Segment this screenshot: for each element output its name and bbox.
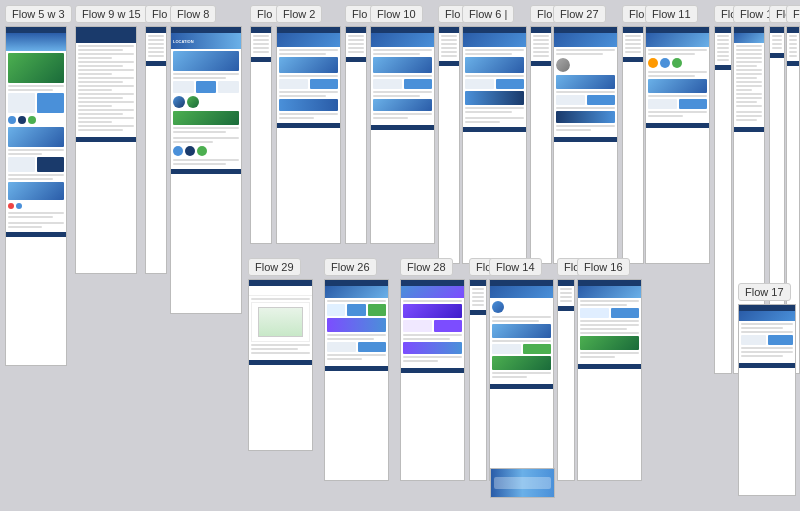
flow-card-17[interactable]: Flow 17 xyxy=(738,283,796,496)
flow-thumbnail-14[interactable] xyxy=(489,279,554,481)
flow-label-27: Flow 27 xyxy=(553,5,606,23)
flow-thumbnail-14slim[interactable] xyxy=(469,279,487,481)
flow-thumbnail-small[interactable] xyxy=(490,468,555,498)
flow-thumbnail-12slim[interactable] xyxy=(714,26,732,374)
flow-thumbnail-2slim[interactable] xyxy=(250,26,272,244)
flow-thumbnail-26[interactable] xyxy=(324,279,389,481)
flow-card-2[interactable]: Flow 2 xyxy=(276,5,341,244)
flow-card-27[interactable]: Flow 27 xyxy=(553,5,618,264)
flow-card-6[interactable]: Flow 6 | xyxy=(462,5,527,264)
flow-card-5[interactable]: Flow 5 w 3 xyxy=(5,5,72,366)
flow-label-10: Flow 10 xyxy=(370,5,423,23)
flow-card-8[interactable]: Flow 8 LOCATION xyxy=(170,5,242,314)
flow-thumbnail-8slim[interactable] xyxy=(145,26,167,274)
flow-label-14: Flow 14 xyxy=(489,258,542,276)
flow-label-17: Flow 17 xyxy=(738,283,791,301)
flow-thumbnail-9[interactable] xyxy=(75,26,137,274)
flow-thumbnail-28[interactable] xyxy=(400,279,465,481)
flow-thumbnail-17[interactable] xyxy=(738,304,796,496)
flow-card-28[interactable]: Flow 28 xyxy=(400,258,465,481)
flow-label-8: Flow 8 xyxy=(170,5,216,23)
flow-thumbnail-27[interactable] xyxy=(553,26,618,264)
flow-label-6: Flow 6 | xyxy=(462,5,514,23)
flow-thumbnail-6[interactable] xyxy=(462,26,527,264)
flow-label-29: Flow 29 xyxy=(248,258,301,276)
flow-card-16[interactable]: Flow 16 xyxy=(577,258,642,481)
flow-canvas: Flow 5 w 3 xyxy=(0,0,800,511)
flow-label-2: Flow 2 xyxy=(276,5,322,23)
flow-thumbnail-10[interactable] xyxy=(370,26,435,244)
flow-thumbnail-16[interactable] xyxy=(577,279,642,481)
flow-thumbnail-16slim[interactable] xyxy=(557,279,575,481)
flow-thumbnail-8[interactable]: LOCATION xyxy=(170,26,242,314)
flow-thumbnail-2[interactable] xyxy=(276,26,341,244)
flow-card-29[interactable]: Flow 29 xyxy=(248,258,313,451)
flow-card-small[interactable] xyxy=(490,468,555,498)
flow-label-13: Flow 13 xyxy=(786,5,800,23)
flow-card-2slim: Flo xyxy=(250,5,279,244)
flow-thumbnail-11[interactable] xyxy=(645,26,710,264)
flow-label-26: Flow 26 xyxy=(324,258,377,276)
flow-thumbnail-6slim[interactable] xyxy=(438,26,460,264)
flow-thumbnail-10slim[interactable] xyxy=(345,26,367,244)
flow-label-16: Flow 16 xyxy=(577,258,630,276)
flow-label-9: Flow 9 w 15 xyxy=(75,5,148,23)
flow-card-14[interactable]: Flow 14 xyxy=(489,258,554,481)
flow-card-26[interactable]: Flow 26 xyxy=(324,258,389,481)
flow-card-11[interactable]: Flow 11 xyxy=(645,5,710,264)
flow-card-10[interactable]: Flow 10 xyxy=(370,5,435,244)
flow-label-5: Flow 5 w 3 xyxy=(5,5,72,23)
flow-card-9[interactable]: Flow 9 w 15 xyxy=(75,5,148,274)
flow-thumbnail-29[interactable] xyxy=(248,279,313,451)
flow-thumbnail-27slim[interactable] xyxy=(530,26,552,264)
flow-label-11: Flow 11 xyxy=(645,5,698,23)
flow-label-28: Flow 28 xyxy=(400,258,453,276)
flow-thumbnail-5[interactable] xyxy=(5,26,67,366)
flow-label-2slim: Flo xyxy=(250,5,279,23)
flow-thumbnail-11slim[interactable] xyxy=(622,26,644,264)
